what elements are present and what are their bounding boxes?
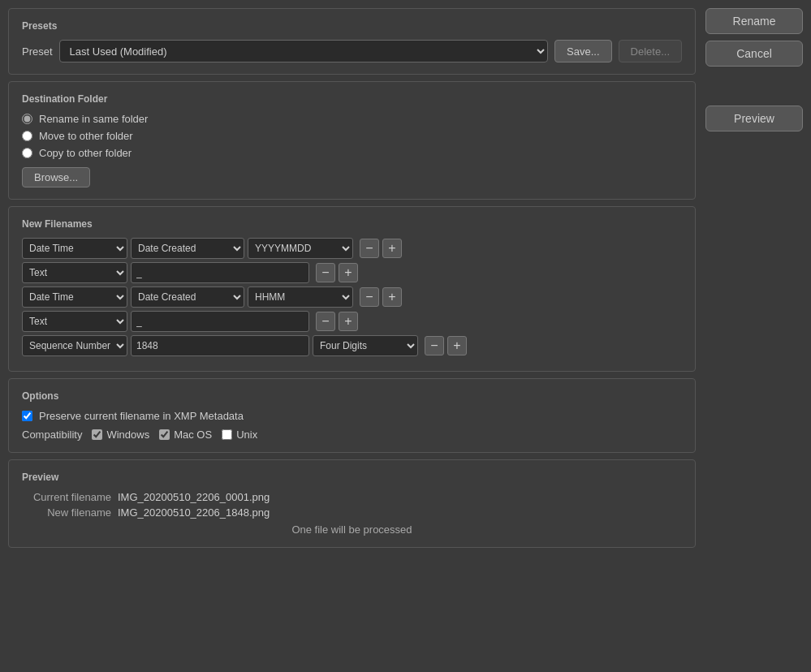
windows-compat[interactable]: Windows	[92, 429, 149, 441]
radio-same-input[interactable]	[22, 114, 32, 124]
compatibility-row: Compatibility Windows Mac OS Unix	[22, 429, 682, 441]
row5-type-select[interactable]: Date Time Sequence Number Text	[22, 335, 127, 356]
row1-date-select[interactable]: Date Created Date Modified Date Captured	[131, 238, 244, 259]
windows-checkbox[interactable]	[92, 429, 102, 440]
presets-section: Presets Preset Last Used (Modified) Defa…	[8, 8, 696, 75]
dialog-container: Presets Preset Last Used (Modified) Defa…	[8, 8, 803, 554]
current-filename-value: IMG_20200510_2206_0001.png	[118, 491, 270, 503]
current-filename-label: Current filename	[22, 491, 111, 503]
radio-copy-label: Copy to other folder	[39, 147, 132, 159]
row4-type-select[interactable]: Date Time Sequence Number Text	[22, 311, 127, 332]
row4-text-input[interactable]	[131, 311, 309, 332]
filename-row-3: Date Time Sequence Number Text Date Crea…	[22, 286, 682, 308]
row3-minus-button[interactable]: −	[360, 287, 379, 307]
row4-minus-button[interactable]: −	[316, 312, 335, 331]
radio-copy-input[interactable]	[22, 148, 32, 158]
presets-row: Preset Last Used (Modified) Default Cust…	[22, 40, 682, 62]
new-filename-value: IMG_20200510_2206_1848.png	[118, 506, 270, 519]
filename-row-2: Date Time Sequence Number Text − +	[22, 262, 682, 283]
browse-button[interactable]: Browse...	[22, 167, 90, 187]
unix-checkbox[interactable]	[222, 429, 232, 440]
filename-row-1: Date Time Sequence Number Text Date Crea…	[22, 238, 682, 259]
macos-compat[interactable]: Mac OS	[159, 429, 212, 441]
preview-title: Preview	[22, 472, 682, 483]
row2-plus-button[interactable]: +	[339, 263, 358, 282]
rename-button[interactable]: Rename	[705, 8, 803, 34]
filename-row-4: Date Time Sequence Number Text − +	[22, 311, 682, 332]
unix-compat[interactable]: Unix	[222, 429, 257, 441]
cancel-button[interactable]: Cancel	[705, 41, 803, 67]
new-filenames-section: New Filenames Date Time Sequence Number …	[8, 206, 696, 372]
macos-checkbox[interactable]	[159, 429, 170, 440]
row5-controls: − +	[425, 336, 467, 355]
main-panel: Presets Preset Last Used (Modified) Defa…	[8, 8, 696, 554]
row3-controls: − +	[360, 287, 402, 307]
filename-row-5: Date Time Sequence Number Text Four Digi…	[22, 335, 682, 356]
current-filename-row: Current filename IMG_20200510_2206_0001.…	[22, 491, 682, 503]
filename-rows: Date Time Sequence Number Text Date Crea…	[22, 238, 682, 360]
row3-date-select[interactable]: Date Created Date Modified Date Captured	[131, 286, 244, 308]
row2-minus-button[interactable]: −	[316, 263, 335, 282]
row3-format-select[interactable]: HHMM HHMMSS HH:MM	[248, 286, 353, 308]
row2-type-select[interactable]: Date Time Sequence Number Text	[22, 262, 127, 283]
unix-label: Unix	[236, 429, 257, 441]
preview-button[interactable]: Preview	[705, 106, 803, 131]
macos-label: Mac OS	[174, 429, 212, 441]
row5-seq-input[interactable]	[131, 335, 309, 356]
new-filenames-title: New Filenames	[22, 218, 682, 230]
options-title: Options	[22, 390, 682, 402]
row3-plus-button[interactable]: +	[382, 287, 402, 307]
radio-copy-folder[interactable]: Copy to other folder	[22, 147, 682, 159]
windows-label: Windows	[106, 429, 149, 441]
row3-type-select[interactable]: Date Time Sequence Number Text	[22, 286, 127, 308]
row5-minus-button[interactable]: −	[425, 336, 444, 355]
row4-controls: − +	[316, 312, 358, 331]
destination-folder-section: Destination Folder Rename in same folder…	[8, 81, 696, 200]
destination-radio-group: Rename in same folder Move to other fold…	[22, 113, 682, 159]
row1-plus-button[interactable]: +	[382, 239, 402, 258]
radio-move-folder[interactable]: Move to other folder	[22, 130, 682, 142]
row1-minus-button[interactable]: −	[360, 239, 379, 258]
row1-type-select[interactable]: Date Time Sequence Number Text	[22, 238, 127, 259]
compatibility-label: Compatibility	[22, 429, 82, 441]
row5-plus-button[interactable]: +	[447, 336, 467, 355]
delete-button[interactable]: Delete...	[619, 40, 682, 62]
preset-select[interactable]: Last Used (Modified) Default Custom	[59, 40, 549, 62]
row4-plus-button[interactable]: +	[339, 312, 358, 331]
row2-text-input[interactable]	[131, 262, 309, 283]
preview-section: Preview Current filename IMG_20200510_22…	[8, 459, 696, 548]
row1-controls: − +	[360, 239, 402, 258]
new-filename-row: New filename IMG_20200510_2206_1848.png	[22, 506, 682, 519]
presets-title: Presets	[22, 20, 682, 32]
row5-format-select[interactable]: Four Digits Three Digits Two Digits One …	[313, 335, 418, 356]
preserve-xmp-label: Preserve current filename in XMP Metadat…	[39, 410, 244, 422]
row1-format-select[interactable]: YYYYMMDD YYYY-MM-DD MMDDYYYY	[248, 238, 353, 259]
sidebar-panel: Rename Cancel Preview	[705, 8, 803, 554]
save-button[interactable]: Save...	[554, 40, 611, 62]
preview-footer: One file will be processed	[22, 523, 682, 536]
new-filename-label: New filename	[22, 506, 111, 519]
preserve-xmp-checkbox[interactable]	[22, 411, 32, 421]
row2-controls: − +	[316, 263, 358, 282]
preset-label: Preset	[22, 45, 53, 58]
destination-folder-title: Destination Folder	[22, 93, 682, 105]
radio-move-input[interactable]	[22, 131, 32, 141]
options-section: Options Preserve current filename in XMP…	[8, 378, 696, 453]
radio-move-label: Move to other folder	[39, 130, 133, 142]
radio-same-folder[interactable]: Rename in same folder	[22, 113, 682, 125]
preserve-xmp-row: Preserve current filename in XMP Metadat…	[22, 410, 682, 422]
radio-same-label: Rename in same folder	[39, 113, 148, 125]
